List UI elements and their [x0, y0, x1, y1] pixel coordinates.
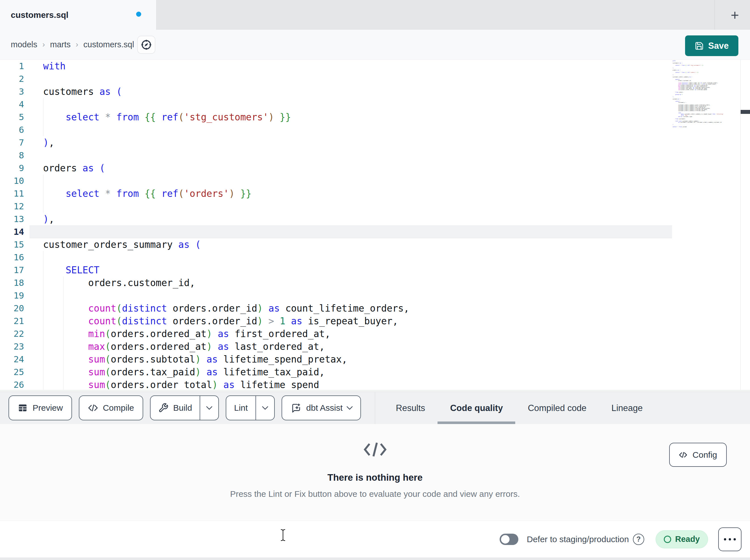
horizontal-scrollbar[interactable]	[0, 390, 750, 392]
chevron-right-icon: ›	[76, 40, 78, 49]
compass-icon	[140, 39, 153, 51]
indent-guide	[43, 251, 43, 264]
indent-guide	[43, 353, 43, 366]
save-button-label: Save	[708, 41, 729, 51]
breadcrumb-row: models › marts › customers.sql Save	[0, 30, 750, 60]
config-button-label: Config	[692, 450, 717, 460]
code-line[interactable]: customer_orders_summary as (	[43, 238, 671, 251]
code-line[interactable]	[43, 174, 671, 187]
code-line[interactable]: ),	[43, 213, 671, 226]
code-icon	[679, 451, 687, 459]
compile-button-label: Compile	[103, 403, 134, 413]
code-line[interactable]: orders as (	[43, 162, 671, 174]
indent-guide	[43, 264, 43, 276]
preview-button-label: Preview	[33, 403, 63, 413]
code-line[interactable]: sum(orders.subtotal) as lifetime_spend_p…	[43, 353, 671, 366]
code-line[interactable]: count(distinct orders.order_id) > 1 as i…	[43, 315, 671, 328]
file-tab[interactable]: customers.sql	[0, 0, 157, 30]
code-line[interactable]: select * from {{ ref('stg_customers') }}	[43, 111, 671, 124]
dbt-cloud-ide: customers.sql + models › marts › custome…	[0, 0, 750, 560]
code-line[interactable]: select * from {{ ref('orders') }}	[43, 187, 671, 200]
code-line[interactable]: min(orders.ordered_at) as first_ordered_…	[43, 328, 671, 340]
code-line[interactable]: with	[43, 60, 671, 72]
indent-guide	[43, 98, 43, 111]
action-toolbar: Preview Compile Build	[0, 392, 750, 424]
indent-guide	[43, 276, 43, 289]
compass-button[interactable]	[137, 36, 155, 54]
breadcrumb-item-marts[interactable]: marts	[50, 40, 71, 49]
code-line[interactable]: orders.customer_id,	[43, 276, 671, 289]
tab-compiled-code[interactable]: Compiled code	[515, 392, 599, 424]
empty-state: There is nothing here Press the Lint or …	[0, 440, 750, 499]
indent-guide	[63, 289, 63, 302]
preview-button[interactable]: Preview	[8, 395, 72, 420]
indent-guide	[43, 124, 43, 136]
build-dropdown-button[interactable]	[200, 396, 218, 420]
lint-dropdown-button[interactable]	[256, 396, 274, 420]
code-line[interactable]	[43, 72, 671, 85]
breadcrumb-item-file[interactable]: customers.sql	[83, 40, 134, 49]
code-line[interactable]: sum(orders.order_total) as lifetime_spen…	[43, 378, 671, 391]
tab-code-quality[interactable]: Code quality	[437, 392, 515, 424]
file-tab-title: customers.sql	[11, 10, 68, 20]
code-line[interactable]	[43, 251, 671, 264]
code-line[interactable]	[43, 149, 671, 162]
empty-state-subtitle: Press the Lint or Fix button above to ev…	[0, 489, 750, 499]
code-line[interactable]: max(orders.ordered_at) as last_ordered_a…	[43, 340, 671, 353]
ellipsis-icon	[729, 538, 731, 540]
ellipsis-icon	[733, 538, 736, 540]
panel-tabs: Results Code quality Compiled code Linea…	[383, 392, 655, 424]
build-button-group: Build	[150, 395, 219, 420]
indent-guide	[43, 378, 43, 391]
dbt-assist-button[interactable]: dbt Assist	[281, 395, 361, 420]
code-line[interactable]: customers as (	[43, 85, 671, 98]
assist-sparkle-chat-icon	[291, 402, 301, 413]
ellipsis-icon	[724, 538, 726, 540]
code-line[interactable]: count(distinct orders.order_id) as count…	[43, 302, 671, 315]
indent-guide	[43, 340, 43, 353]
save-button[interactable]: Save	[685, 36, 738, 56]
code-line[interactable]	[43, 124, 671, 136]
code-quality-panel: There is nothing here Press the Lint or …	[0, 424, 750, 521]
code-line[interactable]	[43, 226, 671, 238]
lint-button[interactable]: Lint	[226, 396, 255, 420]
indent-guide	[43, 174, 43, 187]
indent-guide	[63, 315, 63, 328]
indent-guide	[63, 340, 63, 353]
indent-guide	[43, 315, 43, 328]
indent-guide	[63, 328, 63, 340]
code-line[interactable]: ),	[43, 136, 671, 149]
config-button[interactable]: Config	[669, 443, 727, 467]
indent-guide	[43, 366, 43, 378]
code-line[interactable]	[43, 200, 671, 213]
more-options-button[interactable]	[718, 527, 742, 551]
compile-button[interactable]: Compile	[79, 395, 143, 420]
help-icon[interactable]: ?	[633, 534, 644, 545]
code-line[interactable]	[43, 289, 671, 302]
indent-guide	[43, 200, 43, 213]
breadcrumb-item-models[interactable]: models	[11, 40, 37, 49]
code-lines[interactable]: withcustomers as ( select * from {{ ref(…	[0, 60, 671, 391]
defer-toggle[interactable]	[500, 534, 518, 545]
code-slash-icon	[363, 440, 388, 459]
text-cursor-pointer	[280, 528, 287, 542]
status-bar: Defer to staging/production ? Ready	[0, 521, 750, 557]
code-editor[interactable]: 1234567891011121314151617181920212223242…	[0, 60, 750, 392]
code-line[interactable]	[43, 98, 671, 111]
code-line[interactable]: sum(orders.tax_paid) as lifetime_tax_pai…	[43, 366, 671, 378]
ready-status-label: Ready	[675, 535, 700, 544]
tab-results[interactable]: Results	[383, 392, 437, 424]
indent-guide	[63, 378, 63, 391]
scrollbar-thumb[interactable]	[741, 110, 750, 114]
toggle-knob	[501, 535, 510, 544]
new-tab-button[interactable]: +	[720, 0, 750, 30]
tab-lineage[interactable]: Lineage	[599, 392, 655, 424]
build-button[interactable]: Build	[151, 396, 200, 420]
dbt-assist-button-label: dbt Assist	[306, 403, 342, 413]
minimap[interactable]: withcustomers as ( select * from {{ ref(…	[673, 60, 740, 127]
indent-guide	[43, 328, 43, 340]
chevron-down-icon	[262, 403, 269, 410]
indent-guide	[43, 111, 43, 124]
build-button-label: Build	[173, 403, 192, 413]
code-line[interactable]: SELECT	[43, 264, 671, 276]
